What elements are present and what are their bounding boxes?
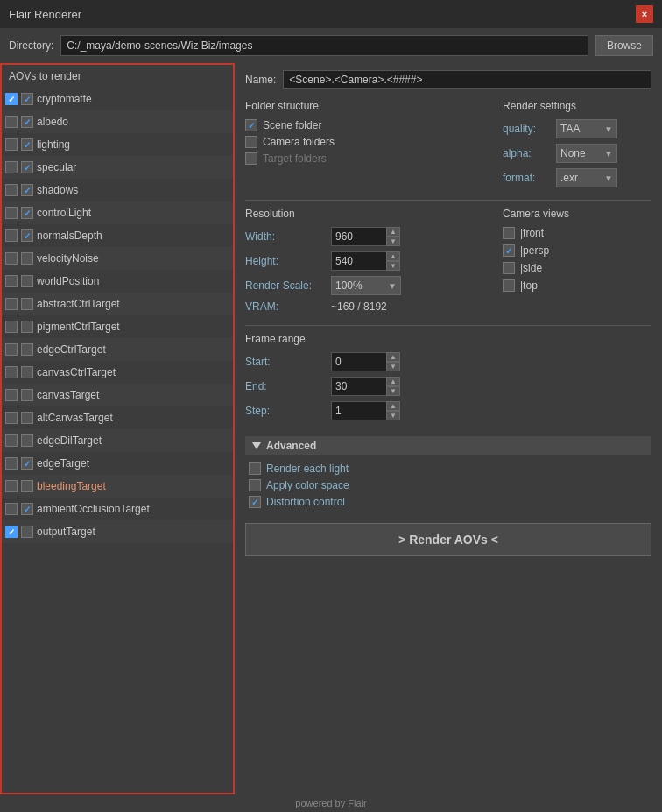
aov-checkbox-col1-velocityNoise[interactable] (5, 252, 18, 265)
browse-button[interactable]: Browse (595, 35, 653, 56)
render-aovs-button[interactable]: > Render AOVs < (245, 523, 651, 556)
aov-checkbox-col2-bleedingTarget[interactable] (21, 480, 33, 492)
aov-checkbox-col2-edgeCtrlTarget[interactable] (21, 343, 33, 356)
aov-checkbox-col1-pigmentCtrlTarget[interactable] (5, 321, 18, 333)
format-select[interactable]: .exr ▼ (556, 168, 617, 187)
list-item: altCanvasTarget (2, 406, 233, 429)
camera-folders-label: Camera folders (263, 136, 335, 148)
width-row: Width: ▲ ▼ (245, 227, 489, 246)
height-down-button[interactable]: ▼ (386, 261, 400, 271)
aov-checkbox-col2-ambientOcclusionTarget[interactable] (21, 503, 33, 515)
aov-checkbox-col2-outputTarget[interactable] (21, 526, 33, 538)
aov-checkbox-col2-normalsDepth[interactable] (21, 229, 33, 242)
persp-camera-checkbox[interactable] (503, 244, 515, 257)
aov-checkbox-col1-worldPosition[interactable] (5, 275, 18, 287)
aovs-header: AOVs to render (2, 65, 233, 88)
aov-checkbox-col2-pigmentCtrlTarget[interactable] (21, 321, 33, 333)
aov-label-worldPosition: worldPosition (37, 275, 99, 287)
aov-checkbox-col1-outputTarget[interactable] (5, 526, 18, 538)
aov-checkbox-col1-normalsDepth[interactable] (5, 229, 18, 242)
start-down-button[interactable]: ▼ (386, 362, 400, 371)
width-input[interactable] (331, 227, 388, 246)
target-folders-checkbox[interactable] (245, 152, 257, 165)
aov-checkbox-col1-controlLight[interactable] (5, 207, 18, 219)
scene-folder-checkbox[interactable] (245, 119, 257, 131)
aov-checkbox-col2-lighting[interactable] (21, 138, 33, 151)
aov-checkbox-col2-velocityNoise[interactable] (21, 252, 33, 265)
aov-checkbox-col1-lighting[interactable] (5, 138, 18, 151)
window-title: Flair Renderer (9, 8, 81, 21)
render-each-light-checkbox[interactable] (249, 462, 261, 475)
aov-checkbox-col2-canvasTarget[interactable] (21, 389, 33, 401)
list-item: outputTarget (2, 520, 233, 543)
height-input[interactable] (331, 251, 388, 271)
render-each-light-item: Render each light (245, 462, 651, 475)
aov-checkbox-col2-shadows[interactable] (21, 184, 33, 196)
aov-checkbox-col1-canvasCtrlTarget[interactable] (5, 366, 18, 378)
aov-checkbox-col2-worldPosition[interactable] (21, 275, 33, 287)
aov-checkbox-col1-albedo[interactable] (5, 116, 18, 128)
name-row: Name: (245, 70, 651, 89)
list-item: cryptomatte (2, 88, 233, 110)
camera-folders-checkbox[interactable] (245, 136, 257, 148)
aov-checkbox-col1-edgeDilTarget[interactable] (5, 434, 18, 447)
list-item: pigmentCtrlTarget (2, 315, 233, 338)
list-item: edgeTarget (2, 452, 233, 475)
name-input[interactable] (283, 70, 651, 89)
aov-checkbox-col2-edgeTarget[interactable] (21, 457, 33, 470)
list-item: lighting (2, 133, 233, 156)
aov-checkbox-col2-abstractCtrlTarget[interactable] (21, 298, 33, 310)
folder-item-scene: Scene folder (245, 119, 489, 131)
quality-select[interactable]: TAA ▼ (556, 119, 617, 138)
step-up-button[interactable]: ▲ (386, 401, 400, 411)
apply-color-space-checkbox[interactable] (249, 479, 261, 491)
height-up-button[interactable]: ▲ (386, 251, 400, 261)
directory-input[interactable] (60, 35, 588, 56)
height-spinner: ▲ ▼ (386, 251, 400, 271)
start-up-button[interactable]: ▲ (386, 352, 400, 362)
aov-checkbox-col2-edgeDilTarget[interactable] (21, 434, 33, 447)
width-up-button[interactable]: ▲ (386, 227, 400, 237)
render-scale-select[interactable]: 100% ▼ (331, 276, 401, 295)
close-button[interactable]: × (636, 5, 653, 23)
aov-checkbox-col1-canvasTarget[interactable] (5, 389, 18, 401)
end-input[interactable] (331, 377, 388, 396)
aov-checkbox-col2-canvasCtrlTarget[interactable] (21, 366, 33, 378)
scene-folder-label: Scene folder (263, 119, 321, 131)
aov-checkbox-col1-shadows[interactable] (5, 184, 18, 196)
end-label: End: (245, 380, 324, 392)
aov-checkbox-col1-edgeCtrlTarget[interactable] (5, 343, 18, 356)
aov-checkbox-col1-edgeTarget[interactable] (5, 457, 18, 470)
front-camera-checkbox[interactable] (503, 227, 515, 239)
aov-checkbox-col1-altCanvasTarget[interactable] (5, 412, 18, 424)
aov-label-normalsDepth: normalsDepth (37, 229, 102, 242)
step-spinner: ▲ ▼ (386, 401, 400, 420)
width-down-button[interactable]: ▼ (386, 237, 400, 246)
advanced-collapse-icon[interactable] (252, 442, 261, 449)
alpha-select[interactable]: None ▼ (556, 144, 617, 163)
aov-checkbox-col2-altCanvasTarget[interactable] (21, 412, 33, 424)
width-spinner: ▲ ▼ (386, 227, 400, 246)
top-camera-checkbox[interactable] (503, 279, 515, 292)
aov-checkbox-col1-bleedingTarget[interactable] (5, 480, 18, 492)
aov-checkbox-col1-ambientOcclusionTarget[interactable] (5, 503, 18, 515)
render-settings-title: Render settings (503, 100, 651, 112)
aov-checkbox-col2-controlLight[interactable] (21, 207, 33, 219)
step-input[interactable] (331, 401, 388, 420)
start-row: Start: ▲ ▼ (245, 352, 651, 371)
distortion-control-checkbox[interactable] (249, 496, 261, 508)
aov-checkbox-col1-abstractCtrlTarget[interactable] (5, 298, 18, 310)
aov-checkbox-col2-specular[interactable] (21, 161, 33, 173)
quality-value: TAA (560, 123, 580, 135)
aov-checkbox-col2-cryptomatte[interactable] (21, 93, 33, 105)
aov-checkbox-col1-cryptomatte[interactable] (5, 93, 18, 105)
end-down-button[interactable]: ▼ (386, 386, 400, 396)
footer: powered by Flair (0, 794, 662, 812)
start-input[interactable] (331, 352, 388, 371)
step-down-button[interactable]: ▼ (386, 411, 400, 420)
side-camera-checkbox[interactable] (503, 262, 515, 274)
end-up-button[interactable]: ▲ (386, 377, 400, 386)
aov-checkbox-col1-specular[interactable] (5, 161, 18, 173)
step-spinner-group: ▲ ▼ (331, 401, 400, 420)
aov-checkbox-col2-albedo[interactable] (21, 116, 33, 128)
